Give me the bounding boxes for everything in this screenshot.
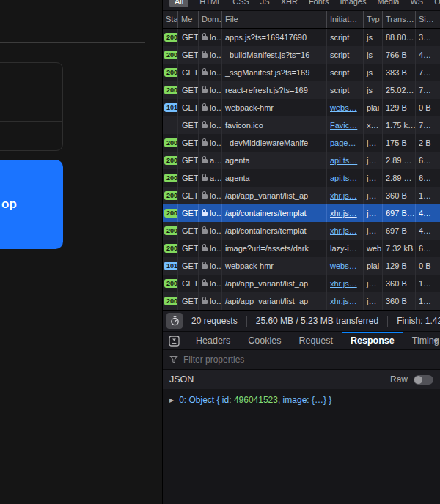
chevron-down-icon[interactable]: ▾	[433, 332, 438, 349]
column-header[interactable]: Me	[178, 11, 199, 28]
tab-response[interactable]: Response	[342, 332, 403, 349]
filter-tab-js[interactable]: JS	[260, 0, 270, 6]
initiator-link[interactable]: xhr.js…	[330, 226, 357, 235]
request-row[interactable]: 101GETlo…webpack-hmrwebs…plai129 B0 B	[163, 257, 440, 275]
initiator-link[interactable]: xhr.js…	[330, 279, 357, 288]
domain-text: lo…	[210, 51, 222, 59]
json-node-prefix: 0: Object { id:	[179, 395, 234, 405]
method-cell: GET	[178, 64, 199, 81]
file-cell: /api/app_variant/list_ap	[222, 275, 327, 292]
status-badge: 200	[164, 244, 178, 253]
status-cell: 200	[163, 187, 178, 204]
type-cell: js	[364, 46, 383, 64]
column-header[interactable]: Dom…	[199, 11, 222, 28]
column-header[interactable]: Initiat…	[327, 11, 364, 28]
network-filter-toolbar: AllHTMLCSSJSXHRFontsImagesMediaWSOther	[163, 0, 440, 11]
tab-headers[interactable]: Headers	[187, 332, 239, 349]
request-row[interactable]: 200GETlo…_ssgManifest.js?ts=169scriptjs3…	[163, 64, 440, 81]
filter-tab-html[interactable]: HTML	[199, 0, 221, 6]
filter-tab-all[interactable]: All	[169, 0, 188, 7]
column-header[interactable]: Si…	[416, 11, 440, 28]
initiator-text: script	[330, 33, 349, 42]
column-header[interactable]: Trans…	[383, 11, 416, 28]
status-badge: 200	[164, 138, 178, 147]
request-row[interactable]: 101GETlo…webpack-hmrwebs…plai129 B0 B	[163, 99, 440, 116]
initiator-link[interactable]: webs…	[330, 262, 357, 270]
initiator-cell: webs…	[327, 257, 364, 275]
method-cell: GET	[178, 99, 199, 116]
filter-tab-images[interactable]: Images	[340, 0, 366, 6]
expand-arrow-icon[interactable]: ▶	[169, 397, 174, 404]
status-badge: 200	[164, 279, 178, 288]
transferred-cell: 697 B…	[383, 204, 416, 222]
method-cell: GET	[178, 81, 199, 99]
method-cell: GET	[178, 187, 199, 204]
column-header[interactable]: File	[222, 11, 327, 28]
file-cell: /api/app_variant/list_ap	[222, 187, 327, 204]
status-badge: 101	[164, 103, 178, 112]
initiator-link[interactable]: webs…	[330, 103, 357, 112]
file-cell: react-refresh.js?ts=169	[222, 81, 327, 99]
filter-tab-fonts[interactable]: Fonts	[309, 0, 329, 6]
column-header[interactable]: Sta	[163, 11, 178, 28]
initiator-link[interactable]: xhr.js…	[330, 297, 357, 305]
filter-tab-media[interactable]: Media	[377, 0, 399, 6]
request-row[interactable]: 200GETlo…/api/containers/templatxhr.js…j…	[163, 222, 440, 240]
network-action-bar-icon[interactable]	[169, 332, 180, 349]
initiator-link[interactable]: xhr.js…	[330, 191, 357, 200]
type-cell: x…	[364, 116, 383, 134]
throttling-button[interactable]	[166, 313, 183, 329]
size-cell: 4…	[416, 222, 440, 240]
raw-toggle[interactable]	[414, 375, 433, 385]
create-app-button[interactable]: op	[0, 160, 63, 249]
initiator-link[interactable]: Favic…	[330, 121, 357, 130]
filter-tab-css[interactable]: CSS	[232, 0, 249, 6]
method-cell: GET	[178, 257, 199, 275]
status-badge: 200	[164, 297, 178, 305]
request-row[interactable]: 200GETlo…/api/app_variant/list_apxhr.js……	[163, 187, 440, 204]
request-row[interactable]: 200GETlo…/api/app_variant/list_apxhr.js……	[163, 275, 440, 292]
initiator-link[interactable]: api.ts…	[330, 174, 357, 182]
domain-text: lo…	[210, 121, 222, 130]
stopwatch-icon	[170, 316, 180, 326]
request-row[interactable]: 200GETlo…_devMiddlewareManifepage…j…175 …	[163, 134, 440, 152]
method-cell: GET	[178, 204, 199, 222]
filter-tab-xhr[interactable]: XHR	[281, 0, 298, 6]
request-row[interactable]: 200GETa…agentaapi.ts…j…2.89 …6…	[163, 152, 440, 169]
size-cell: 4…	[416, 204, 440, 222]
transferred-cell: 25.02…	[383, 81, 416, 99]
status-badge: 200	[164, 209, 178, 218]
initiator-cell: webs…	[327, 99, 364, 116]
request-row[interactable]: 200GETlo…/api/app_variant/list_apxhr.js……	[163, 292, 440, 310]
request-row[interactable]: 200GETlo…_buildManifest.js?ts=16scriptjs…	[163, 46, 440, 64]
domain-cell: lo…	[199, 275, 222, 292]
size-cell: 2 B	[416, 134, 440, 152]
tab-cookies[interactable]: Cookies	[239, 332, 290, 349]
filter-tab-other[interactable]: Other	[434, 0, 440, 6]
status-cell: 200	[163, 152, 178, 169]
request-row[interactable]: 200GETa…agentaapi.ts…j…2.89 …6…	[163, 169, 440, 187]
request-row[interactable]: GETlo…favicon.icoFavic…x…1.75 k…7…	[163, 116, 440, 134]
initiator-cell: script	[327, 64, 364, 81]
tab-request[interactable]: Request	[290, 332, 342, 349]
status-cell: 101	[163, 257, 178, 275]
status-badge: 101	[164, 262, 178, 270]
domain-cell: lo…	[199, 99, 222, 116]
json-root-node[interactable]: ▶ 0: Object { id: 496041523, image: {…} …	[163, 389, 440, 405]
lock-icon	[202, 282, 208, 286]
filter-properties-input[interactable]: Filter properties	[183, 355, 244, 365]
type-cell: js	[364, 29, 383, 46]
network-filter-tabs: AllHTMLCSSJSXHRFontsImagesMediaWSOther	[163, 0, 440, 10]
domain-text: lo…	[210, 262, 222, 270]
initiator-link[interactable]: xhr.js…	[330, 209, 357, 218]
request-row[interactable]: 200GETlo…/api/containers/templatxhr.js…j…	[163, 204, 440, 222]
request-row[interactable]: 200GETlo…react-refresh.js?ts=169scriptjs…	[163, 81, 440, 99]
type-cell: j…	[364, 134, 383, 152]
column-header[interactable]: Typ	[364, 11, 383, 28]
request-row[interactable]: 200GETlo…image?url=/assets/darklazy-i…we…	[163, 240, 440, 257]
initiator-link[interactable]: page…	[330, 138, 356, 147]
request-row[interactable]: 200GETlo…apps.js?ts=169417690scriptjs88.…	[163, 29, 440, 46]
method-cell: GET	[178, 134, 199, 152]
filter-tab-ws[interactable]: WS	[410, 0, 423, 6]
initiator-link[interactable]: api.ts…	[330, 156, 357, 165]
